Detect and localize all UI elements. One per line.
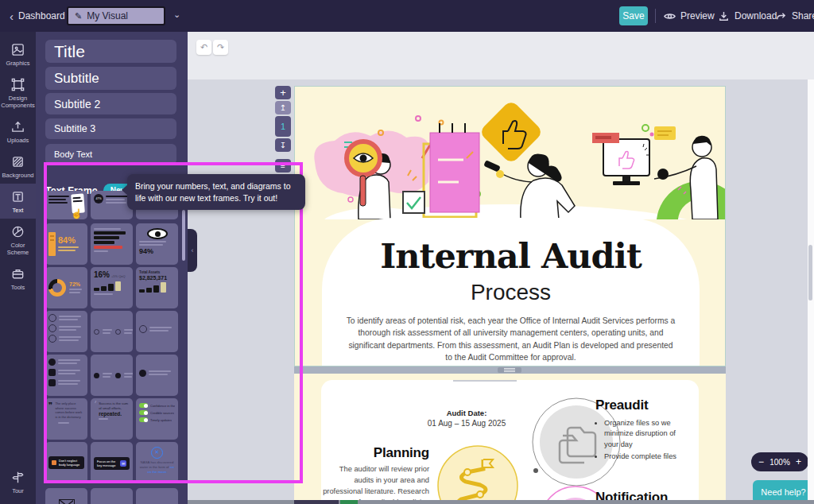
add-title-button[interactable]: Title	[45, 40, 176, 63]
file-name-input[interactable]: ✎ My Visual	[67, 6, 165, 25]
text-frame-thumbnail[interactable]: 84%	[45, 223, 87, 265]
text-frame-thumbnail[interactable]: Don't neglect body language	[45, 442, 87, 483]
planning-block[interactable]: Planning The auditor will review prior a…	[321, 445, 429, 504]
zoom-out-button[interactable]: −	[758, 456, 764, 467]
text-frame-thumbnail[interactable]	[91, 223, 133, 265]
eye-glyph	[147, 228, 168, 239]
text-frame-thumbnail[interactable]: ❞ The only place where success comes bef…	[45, 398, 87, 440]
sidebar-label: Color Scheme	[2, 242, 35, 256]
chevron-left-icon: ‹	[10, 10, 14, 22]
text-frame-thumbnail[interactable]	[91, 355, 133, 396]
taskbar-sliver	[188, 500, 814, 504]
stat-value: $2,825,371	[139, 275, 175, 281]
canvas-area[interactable]: ↶ ↷ + ↥ 1 ↧ ≡ ⌄	[188, 32, 814, 504]
canvas-scrollbar-thumb[interactable]	[808, 245, 812, 300]
redo-button[interactable]: ↷	[213, 40, 228, 55]
tour-button[interactable]: Tour	[0, 464, 36, 499]
panel-collapse-handle[interactable]: ‹	[188, 229, 197, 272]
sidebar-item-text[interactable]: Text	[0, 184, 36, 219]
planning-circle-route-icon	[434, 442, 521, 504]
planning-body: The auditor will review prior audits in …	[321, 464, 429, 504]
preaudit-block[interactable]: Preaudit Organize files so we minimize d…	[595, 397, 691, 463]
text-frame-thumbnail[interactable]: ☝	[45, 191, 87, 219]
text-frame-thumbnail[interactable]: Focus on the key message ✉	[91, 442, 133, 483]
page-divider	[294, 366, 726, 374]
toggle-label: Timely updates	[150, 418, 172, 422]
add-body-text-button[interactable]: Body Text	[45, 144, 176, 165]
quote-mark-icon: ’	[94, 401, 97, 421]
page-number-indicator: 1	[275, 116, 291, 137]
text-frame-thumbnail[interactable]: 72%	[45, 267, 87, 308]
add-page-button[interactable]: +	[275, 86, 291, 99]
infographic-title[interactable]: Internal Audit	[322, 236, 700, 276]
page-divider-handle[interactable]	[498, 367, 521, 373]
text-frame-thumbnail[interactable]: 94%	[136, 223, 178, 265]
save-button[interactable]: Save	[619, 6, 648, 25]
app-window: ‹ Dashboard ✎ My Visual ⌄ Save Preview D…	[0, 0, 814, 504]
undo-button[interactable]: ↶	[196, 40, 211, 55]
audit-date-value: 01 Aug – 15 Aug 2025	[415, 419, 518, 428]
move-page-down-button[interactable]: ↧	[275, 138, 291, 152]
text-frame-thumbnail[interactable]	[45, 311, 87, 352]
sidebar-label: Uploads	[7, 137, 29, 144]
stat-delta: +5% QoQ	[111, 274, 126, 278]
quote-text: Success is the sum of small efforts,	[99, 401, 130, 411]
edit-pencil-icon: ✎	[75, 11, 82, 21]
duplicate-page-button[interactable]: ≡	[275, 159, 291, 173]
text-frame-thumbnail[interactable]	[91, 311, 133, 352]
hand-pointer-icon: ☝	[71, 208, 83, 219]
text-frame-thumbnail[interactable]	[45, 488, 87, 504]
frame-grid-row: ❞ The only place where success comes bef…	[45, 398, 178, 440]
infographic-subtitle[interactable]: Process	[322, 280, 700, 305]
infographic-body[interactable]: To identify areas of potential risk, eac…	[344, 315, 677, 364]
add-subtitle-button[interactable]: Subtitle	[45, 67, 176, 90]
share-button[interactable]: Share	[775, 0, 814, 32]
topbar: ‹ Dashboard ✎ My Visual ⌄ Save Preview D…	[0, 0, 814, 32]
left-rail: Graphics Design Components Uploads Backg…	[0, 32, 36, 504]
text-frame-thumbnail[interactable]	[136, 488, 178, 504]
text-frame-thumbnail[interactable]: Confidence in the result Credible source…	[136, 398, 178, 440]
canvas-top-band	[188, 32, 814, 79]
sidebar-item-tools[interactable]: Tools	[0, 261, 36, 296]
topbar-divider	[655, 9, 656, 23]
sidebar-item-color-scheme[interactable]: Color Scheme	[0, 219, 36, 261]
color-wheel-icon	[10, 224, 25, 239]
sidebar-item-uploads[interactable]: Uploads	[0, 114, 36, 149]
panel-scrollbar-thumb[interactable]	[182, 210, 185, 261]
text-frame-thumbnail[interactable]: ’ Success is the sum of small efforts, r…	[91, 398, 133, 440]
sidebar-item-graphics[interactable]: Graphics	[0, 37, 36, 72]
add-subtitle3-button[interactable]: Subtitle 3	[45, 118, 176, 139]
toggle-icon	[139, 403, 148, 408]
sidebar-item-design-components[interactable]: Design Components	[0, 72, 36, 114]
sidebar-label: Background	[2, 172, 33, 179]
text-frame-thumbnail[interactable]	[136, 355, 178, 396]
design-page-2[interactable]: Audit Date: 01 Aug – 15 Aug 2025	[294, 374, 726, 504]
chevron-left-icon: ‹	[192, 246, 194, 254]
file-name: My Visual	[87, 10, 128, 21]
stat-value: 47%	[95, 197, 101, 200]
text-frame-thumbnail[interactable]: Total Assets $2,825,371	[136, 267, 178, 308]
envelope-chip-icon: ✉	[120, 460, 126, 467]
back-to-dashboard-button[interactable]: ‹ Dashboard	[10, 0, 65, 32]
move-page-up-button[interactable]: ↥	[275, 101, 291, 114]
design-page-1[interactable]: Internal Audit Process To identify areas…	[294, 86, 726, 366]
sidebar-label: Text	[13, 207, 24, 214]
add-subtitle2-button[interactable]: Subtitle 2	[45, 93, 176, 114]
download-button[interactable]: Download	[718, 0, 777, 32]
eye-icon	[664, 10, 676, 22]
text-frame-thumbnail[interactable]: 16% +5% QoQ	[91, 267, 133, 308]
text-frame-thumbnail[interactable]	[45, 355, 87, 396]
sidebar-item-background[interactable]: Background	[0, 149, 36, 184]
sidebar-label: Tools	[11, 284, 25, 291]
preview-button[interactable]: Preview	[664, 0, 715, 32]
text-frame-thumbnail[interactable]	[136, 311, 178, 352]
frame-grid-row: Don't neglect body language Focus on the…	[45, 442, 178, 483]
toggle-label: Confidence in the result	[150, 404, 175, 408]
audit-date[interactable]: Audit Date: 01 Aug – 15 Aug 2025	[415, 409, 518, 428]
canvas-scrollbar-track[interactable]	[808, 79, 814, 504]
text-frame-thumbnail[interactable]: ✕ NASA has discovered water in the form …	[136, 442, 178, 483]
file-menu-chevron-icon[interactable]: ⌄	[173, 10, 180, 20]
zoom-in-button[interactable]: +	[796, 456, 801, 467]
text-frame-thumbnail[interactable]	[91, 488, 133, 504]
x-circle-icon: ✕	[151, 447, 163, 459]
